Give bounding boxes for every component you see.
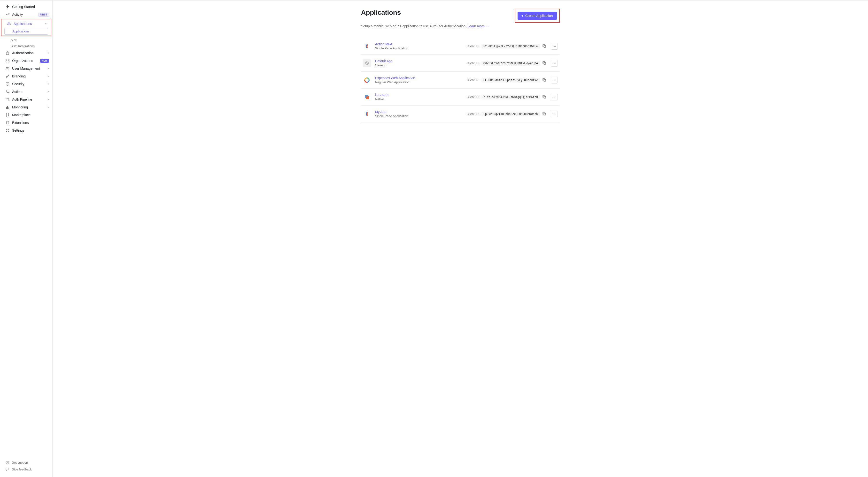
copy-button[interactable] [542,77,547,83]
chevron-right-icon [48,52,49,54]
application-row: iOS AuthNativeClient ID:r1ctTmlYdX4JMxFJ… [361,89,560,105]
highlight-applications: Applications Applications [1,19,51,36]
app-info: iOS AuthNative [375,93,438,101]
app-type: Generic [375,63,438,67]
svg-rect-0 [6,53,9,55]
sidebar-item-monitoring[interactable]: Monitoring [0,103,52,111]
more-options-button[interactable] [551,60,558,67]
chevron-right-icon [48,106,49,108]
app-name-link[interactable]: Default App [375,59,438,63]
client-id-label: Client ID: [466,112,479,116]
highlight-create: + Create Application [515,9,560,23]
sidebar-item-authentication[interactable]: Authentication [0,49,52,57]
sidebar-item-label: Authentication [12,51,48,55]
sidebar-item-label: Activity [12,12,37,16]
sidebar-subitem-sso[interactable]: SSO Integrations [0,43,52,49]
svg-rect-3 [6,61,7,62]
chevron-right-icon [48,83,49,85]
copy-button[interactable] [542,43,547,49]
app-icon [363,93,371,101]
svg-point-42 [554,113,555,114]
sidebar-item-extensions[interactable]: Extensions [0,119,52,127]
create-application-button[interactable]: + Create Application [518,12,557,20]
sidebar-subitem-label: Applications [12,30,29,33]
application-row: My AppSingle Page ApplicationClient ID:T… [361,105,560,123]
footer-give-feedback[interactable]: Give feedback [0,466,52,473]
sidebar-item-auth-pipeline[interactable]: Auth Pipeline [0,96,52,103]
svg-point-17 [7,463,7,464]
sidebar-item-activity[interactable]: Activity FIRST [0,11,52,19]
client-id-label: Client ID: [466,95,479,99]
sidebar-item-label: Monitoring [12,105,48,109]
svg-point-37 [553,97,553,97]
svg-point-5 [6,67,8,68]
chevron-right-icon [48,91,49,93]
badge-new: NEW [40,59,49,63]
svg-rect-18 [544,45,546,47]
svg-rect-30 [544,79,546,81]
puzzle-icon [5,121,10,125]
sidebar-item-label: Branding [12,74,48,78]
pipeline-icon [5,97,10,102]
more-options-button[interactable] [551,77,558,83]
comment-icon [5,467,9,471]
svg-rect-12 [6,113,7,114]
sidebar-item-label: User Management [12,67,48,70]
sidebar-item-label: Organizations [12,59,39,63]
sidebar-item-branding[interactable]: Branding [0,72,52,80]
shield-icon [5,82,10,86]
layers-icon [7,22,11,26]
learn-more-link[interactable]: Learn more → [467,24,489,28]
sidebar-item-label: Extensions [12,121,49,125]
app-name-link[interactable]: Expenses Web Application [375,76,438,80]
more-options-button[interactable] [551,43,558,49]
sidebar-item-security[interactable]: Security [0,80,52,88]
nav: Getting Started Activity FIRST Applicati… [0,3,52,457]
app-info: Expenses Web ApplicationRegular Web Appl… [375,76,438,84]
app-icon [363,110,371,118]
svg-rect-9 [6,107,7,109]
app-name-link[interactable]: Action MFA [375,42,438,46]
brush-icon [5,74,10,78]
svg-rect-11 [8,107,9,109]
sidebar-subitem-applications[interactable]: Applications [4,28,48,35]
more-options-button[interactable] [551,111,558,117]
client-id-label: Client ID: [466,61,479,65]
app-name-link[interactable]: My App [375,110,438,114]
svg-point-38 [554,97,555,97]
app-name-link[interactable]: iOS Auth [375,93,438,97]
sidebar-item-applications[interactable]: Applications [1,20,51,28]
grid-icon [5,113,10,117]
lock-icon [5,51,10,55]
svg-rect-10 [7,106,8,109]
app-info: Action MFASingle Page Application [375,42,438,50]
client-id-value: 8dVSszrxw8z2nGxGtCHOQNzkEwyA2Pp4 [482,61,540,66]
sidebar-item-user-management[interactable]: User Management [0,65,52,72]
svg-point-33 [555,80,556,80]
chevron-down-icon [45,23,48,25]
sidebar-item-marketplace[interactable]: Marketplace [0,111,52,119]
badge-first: FIRST [38,12,49,17]
main-content: Applications + Create Application Setup … [53,0,868,477]
client-id-value: TpUVz89q2Ik89XkeR2cHFNMQHBaNQc7h [482,111,540,116]
svg-point-19 [553,46,553,46]
svg-point-32 [554,80,555,80]
sidebar-subitem-apis[interactable]: APIs [0,37,52,43]
sidebar-item-getting-started[interactable]: Getting Started [0,3,52,11]
copy-button[interactable] [542,111,547,117]
copy-button[interactable] [542,61,547,66]
sidebar-item-settings[interactable]: Settings [0,127,52,134]
sidebar-item-actions[interactable]: Actions [0,88,52,96]
gear-icon [5,128,10,133]
svg-rect-14 [6,115,7,116]
footer-get-support[interactable]: Get support [0,459,52,466]
svg-rect-22 [544,62,546,64]
bolt-icon [5,5,10,9]
svg-point-24 [554,63,555,63]
sidebar-item-organizations[interactable]: Organizations NEW [0,57,52,65]
copy-button[interactable] [542,94,547,100]
application-row: Default AppGenericClient ID:8dVSszrxw8z2… [361,55,560,72]
sidebar-subitem-label: SSO Integrations [11,44,35,48]
more-options-button[interactable] [551,94,558,100]
sidebar: Getting Started Activity FIRST Applicati… [0,0,53,477]
